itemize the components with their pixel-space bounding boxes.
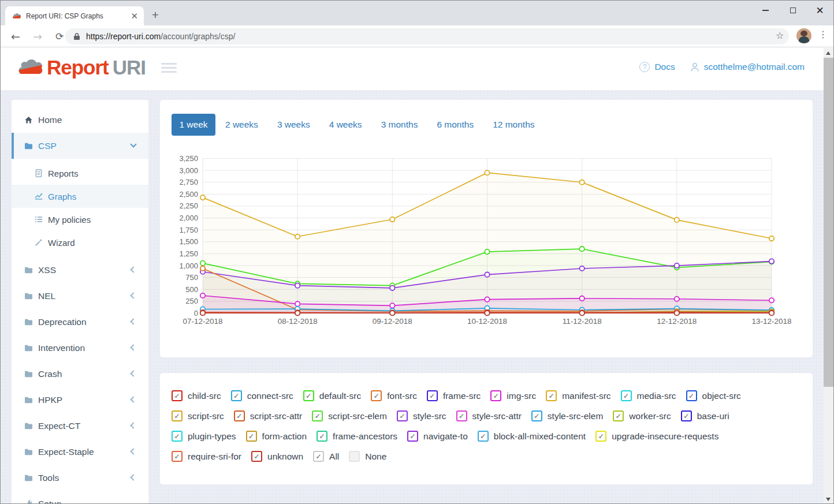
checkbox-base-uri[interactable]: ✓ xyxy=(681,410,692,421)
sidebar-item-tools[interactable]: Tools xyxy=(12,465,148,491)
series-point-script-src[interactable] xyxy=(675,218,679,222)
checkbox-script-src[interactable]: ✓ xyxy=(172,410,183,421)
series-point-img-src[interactable] xyxy=(769,298,774,303)
account-email-link[interactable]: scotthelme@hotmail.com xyxy=(704,62,805,72)
browser-profile-avatar[interactable] xyxy=(796,28,811,43)
series-point-unknown[interactable] xyxy=(295,311,300,315)
sidebar-item-deprecation[interactable]: Deprecation xyxy=(12,309,148,335)
scrollbar-down-arrow[interactable] xyxy=(826,498,831,501)
scrollbar-thumb[interactable] xyxy=(824,58,833,387)
series-point-unknown[interactable] xyxy=(675,311,679,315)
checkbox-frame-ancestors[interactable]: ✓ xyxy=(317,431,327,442)
series-point-script-src[interactable] xyxy=(295,234,300,239)
checkbox-child-src[interactable]: ✓ xyxy=(172,390,183,401)
series-point-unknown[interactable] xyxy=(485,311,489,315)
sidebar-item-crash[interactable]: Crash xyxy=(12,361,148,387)
series-point-default-src[interactable] xyxy=(579,247,584,251)
checkbox-script-src-attr[interactable]: ✓ xyxy=(234,410,245,421)
sidebar-item-home[interactable]: Home xyxy=(12,107,148,133)
browser-menu-icon[interactable]: ⋮ xyxy=(818,29,828,40)
checkbox-style-src[interactable]: ✓ xyxy=(397,410,408,421)
forward-button[interactable]: → xyxy=(31,30,44,43)
sidebar-item-wizard[interactable]: Wizard xyxy=(12,231,148,254)
browser-tab[interactable]: Report URI: CSP Graphs ✕ xyxy=(5,6,144,25)
time-tab-2-weeks[interactable]: 2 weeks xyxy=(225,120,258,130)
page-scrollbar[interactable] xyxy=(824,48,833,504)
series-point-style-src[interactable] xyxy=(485,272,489,277)
series-point-style-src[interactable] xyxy=(769,259,774,263)
window-close-button[interactable]: ✕ xyxy=(806,1,833,20)
time-tab-4-weeks[interactable]: 4 weeks xyxy=(329,120,362,130)
series-point-style-src[interactable] xyxy=(295,283,300,288)
sidebar-item-xss[interactable]: XSS xyxy=(12,257,148,283)
series-point-script-src[interactable] xyxy=(200,195,205,200)
checkbox-plugin-types[interactable]: ✓ xyxy=(172,431,183,442)
checkbox-require-sri-for[interactable]: ✓ xyxy=(172,451,183,462)
sidebar-item-my-policies[interactable]: My policies xyxy=(12,208,148,231)
checkbox-worker-src[interactable]: ✓ xyxy=(613,410,624,421)
sidebar-item-intervention[interactable]: Intervention xyxy=(12,335,148,361)
checkbox-style-src-elem[interactable]: ✓ xyxy=(531,410,542,421)
url-bar[interactable]: https://report-uri.com/account/graphs/cs… xyxy=(65,28,789,44)
checkbox-block-all-mixed-content[interactable]: ✓ xyxy=(478,431,489,442)
checkbox-upgrade-insecure-requests[interactable]: ✓ xyxy=(595,431,606,442)
sidebar-item-graphs[interactable]: Graphs xyxy=(12,185,148,208)
series-point-script-src[interactable] xyxy=(390,217,394,222)
sidebar-item-expect-ct[interactable]: Expect-CT xyxy=(12,413,148,439)
series-point-img-src[interactable] xyxy=(485,297,489,301)
series-point-unknown[interactable] xyxy=(579,311,584,315)
checkbox-script-src-elem[interactable]: ✓ xyxy=(312,410,323,421)
checkbox-manifest-src[interactable]: ✓ xyxy=(546,390,557,401)
sidebar-item-setup[interactable]: Setup xyxy=(12,491,148,504)
new-tab-button[interactable]: + xyxy=(147,8,163,24)
series-point-default-src[interactable] xyxy=(200,261,205,266)
docs-link[interactable]: Docs xyxy=(654,62,675,72)
series-point-img-src[interactable] xyxy=(200,293,205,298)
series-point-img-src[interactable] xyxy=(675,297,679,301)
series-point-default-src[interactable] xyxy=(485,249,489,254)
report-uri-logo[interactable]: ReportURI xyxy=(17,56,146,79)
checkbox-default-src[interactable]: ✓ xyxy=(303,390,314,401)
series-point-style-src[interactable] xyxy=(579,266,584,271)
checkbox-unknown[interactable]: ✓ xyxy=(251,451,262,462)
series-point-unknown[interactable] xyxy=(200,311,205,315)
sidebar-item-nel[interactable]: NEL xyxy=(12,283,148,309)
sidebar-item-reports[interactable]: Reports xyxy=(12,162,148,185)
series-point-script-src[interactable] xyxy=(769,236,774,241)
series-point-unknown[interactable] xyxy=(390,311,394,315)
checkbox-object-src[interactable]: ✓ xyxy=(686,390,697,401)
window-minimize-button[interactable] xyxy=(752,1,779,20)
series-point-img-src[interactable] xyxy=(390,303,394,308)
series-point-script-src[interactable] xyxy=(485,170,489,175)
checkbox-media-src[interactable]: ✓ xyxy=(621,390,632,401)
reload-button[interactable]: ⟳ xyxy=(53,31,66,42)
sidebar-item-hpkp[interactable]: HPKP xyxy=(12,387,148,413)
checkbox-connect-src[interactable]: ✓ xyxy=(231,390,242,401)
checkbox-frame-src[interactable]: ✓ xyxy=(427,390,438,401)
checkbox-navigate-to[interactable]: ✓ xyxy=(407,431,418,442)
series-point-unknown[interactable] xyxy=(769,311,774,315)
series-point-style-src[interactable] xyxy=(675,263,679,268)
scrollbar-up-arrow[interactable] xyxy=(826,51,831,55)
sidebar-item-csp[interactable]: CSP xyxy=(12,133,148,159)
checkbox-img-src[interactable]: ✓ xyxy=(490,390,501,401)
time-tab-3-weeks[interactable]: 3 weeks xyxy=(277,120,310,130)
checkbox-font-src[interactable]: ✓ xyxy=(371,390,382,401)
series-point-font-src[interactable] xyxy=(200,266,205,271)
window-maximize-button[interactable] xyxy=(779,1,806,20)
series-point-img-src[interactable] xyxy=(295,301,300,306)
tab-close-icon[interactable]: ✕ xyxy=(131,12,138,20)
checkbox-style-src-attr[interactable]: ✓ xyxy=(456,410,467,421)
time-tab-6-months[interactable]: 6 months xyxy=(437,120,474,130)
checkbox-none[interactable] xyxy=(349,451,360,462)
back-button[interactable]: ← xyxy=(9,30,23,43)
sidebar-item-expect-staple[interactable]: Expect-Staple xyxy=(12,439,148,465)
bookmark-star-icon[interactable]: ☆ xyxy=(776,31,784,40)
series-point-script-src[interactable] xyxy=(579,180,584,185)
time-tab-3-months[interactable]: 3 months xyxy=(381,120,418,130)
series-point-img-src[interactable] xyxy=(579,296,584,301)
hamburger-menu-icon[interactable] xyxy=(161,63,177,75)
time-tab-12-months[interactable]: 12 months xyxy=(493,120,534,130)
checkbox-form-action[interactable]: ✓ xyxy=(246,431,257,442)
time-tab-1-week[interactable]: 1 week xyxy=(172,114,215,136)
